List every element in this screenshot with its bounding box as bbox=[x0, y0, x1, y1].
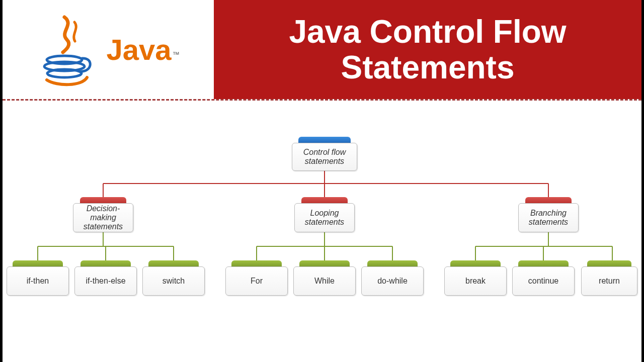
root-label: Control flow statements bbox=[297, 148, 352, 166]
leaf-node-2-2: While bbox=[293, 266, 356, 296]
slide-frame: Java™ Java Control Flow Statements bbox=[0, 0, 644, 362]
logo-area: Java™ bbox=[3, 0, 214, 99]
branch-label-1: Decision-making statements bbox=[78, 204, 128, 231]
leaf-node-3-1: break bbox=[444, 266, 507, 296]
svg-point-2 bbox=[47, 69, 82, 77]
leaf-label-1-2: if-then-else bbox=[86, 277, 125, 286]
branch-label-3: Branching statements bbox=[524, 209, 573, 227]
leaf-label-2-3: do-while bbox=[377, 277, 408, 286]
leaf-label-1-1: if-then bbox=[27, 277, 49, 286]
leaf-node-3-3: return bbox=[581, 266, 637, 296]
leaf-label-1-3: switch bbox=[163, 277, 185, 286]
title-text: Java Control Flow Statements bbox=[224, 14, 631, 85]
leaf-label-3-2: continue bbox=[528, 277, 559, 286]
branch-node-3: Branching statements bbox=[518, 203, 579, 232]
diagram-area: Control flow statements Decision-making … bbox=[3, 101, 641, 357]
java-logo-icon bbox=[37, 12, 97, 87]
leaf-label-3-1: break bbox=[465, 277, 486, 286]
header: Java™ Java Control Flow Statements bbox=[3, 0, 641, 101]
root-node: Control flow statements bbox=[292, 143, 357, 171]
leaf-label-3-3: return bbox=[599, 277, 620, 286]
title-banner: Java Control Flow Statements bbox=[214, 0, 641, 99]
leaf-label-2-2: While bbox=[314, 277, 335, 286]
leaf-node-1-2: if-then-else bbox=[74, 266, 137, 296]
branch-label-2: Looping statements bbox=[300, 209, 349, 227]
leaf-node-2-1: For bbox=[225, 266, 288, 296]
leaf-node-2-3: do-while bbox=[361, 266, 424, 296]
leaf-label-2-1: For bbox=[251, 277, 263, 286]
leaf-node-1-1: if-then bbox=[7, 266, 69, 296]
leaf-node-1-3: switch bbox=[142, 266, 205, 296]
logo-text: Java™ bbox=[106, 33, 179, 66]
branch-node-2: Looping statements bbox=[294, 203, 355, 232]
leaf-node-3-2: continue bbox=[512, 266, 575, 296]
branch-node-1: Decision-making statements bbox=[73, 203, 133, 232]
